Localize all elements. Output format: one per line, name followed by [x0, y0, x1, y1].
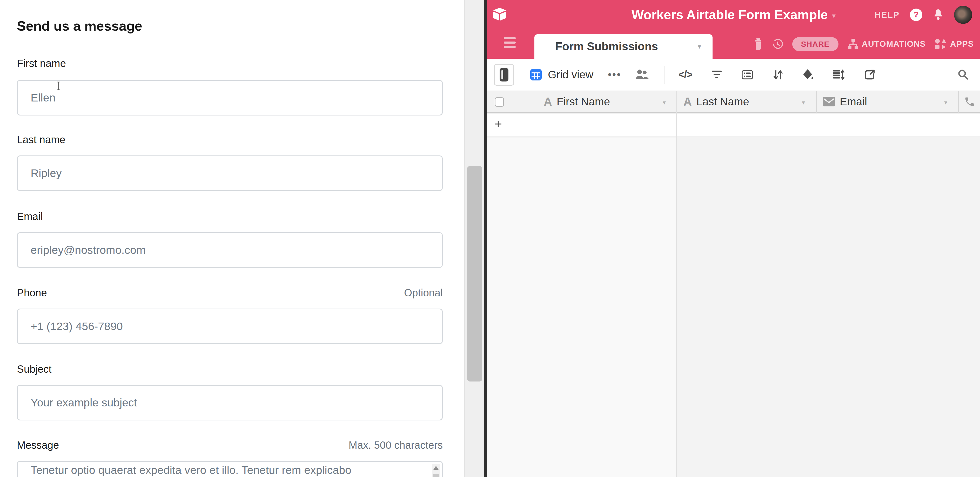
- table-tab-caret-icon: ▾: [698, 43, 701, 51]
- hide-fields-button[interactable]: </>: [679, 69, 692, 81]
- phone-input[interactable]: [17, 309, 443, 344]
- share-view-button[interactable]: [864, 69, 875, 81]
- grid-empty-area-frozen: [487, 138, 676, 477]
- grid-header-row: A First Name ▾ A Last Name ▾ Email ▾: [487, 90, 980, 113]
- automations-label: AUTOMATIONS: [862, 39, 926, 49]
- airtable-topbar: Workers Airtable Form Example ▾ HELP ?: [487, 0, 980, 29]
- tabbar-right-cluster: SHARE AUTOMATIONS: [753, 29, 974, 59]
- column-header-phone[interactable]: Phone: [964, 91, 980, 112]
- column-header-last-name[interactable]: A Last Name: [684, 91, 749, 112]
- message-maxchars-hint: Max. 500 characters: [349, 439, 443, 451]
- grid-view-icon: [530, 69, 542, 81]
- email-field-icon: [822, 97, 835, 106]
- help-button[interactable]: HELP: [875, 10, 899, 20]
- column-caret-icon[interactable]: ▾: [663, 99, 666, 106]
- sidebar-toggle-icon: [500, 68, 508, 81]
- airtable-pane: Workers Airtable Form Example ▾ HELP ?: [487, 0, 980, 477]
- base-title: Workers Airtable Form Example: [632, 7, 828, 22]
- email-label: Email: [17, 211, 443, 222]
- apps-label: APPS: [950, 39, 974, 49]
- add-record-row[interactable]: +: [487, 114, 980, 137]
- last-name-input[interactable]: [17, 155, 443, 191]
- page-scrollbar: [464, 0, 484, 477]
- trash-icon[interactable]: [753, 38, 763, 50]
- table-tab-form-submissions[interactable]: Form Submissions ▾: [535, 34, 713, 59]
- view-sidebar-toggle-button[interactable]: [494, 64, 514, 86]
- user-avatar[interactable]: [954, 6, 972, 24]
- select-all-checkbox[interactable]: [495, 97, 504, 107]
- view-switcher-button[interactable]: Grid view: [548, 68, 593, 81]
- view-toolbar: Grid view ••• </>: [487, 59, 980, 90]
- phone-optional-hint: Optional: [404, 287, 443, 299]
- grid-empty-area: [677, 138, 980, 477]
- column-header-email[interactable]: Email: [822, 91, 867, 112]
- column-caret-icon[interactable]: ▾: [802, 99, 805, 106]
- column-divider: [816, 91, 817, 113]
- message-text: Tenetur optio quaerat expedita vero et i…: [31, 464, 352, 477]
- scroll-up-arrow-icon[interactable]: [433, 466, 439, 470]
- color-button[interactable]: [803, 69, 813, 81]
- share-button[interactable]: SHARE: [792, 37, 838, 51]
- menu-hamburger-icon[interactable]: [504, 37, 516, 50]
- filter-button[interactable]: [711, 70, 722, 80]
- question-icon[interactable]: ?: [910, 9, 922, 21]
- first-name-label: First name: [17, 58, 443, 69]
- column-header-first-name[interactable]: A First Name: [544, 91, 610, 112]
- topbar-right-cluster: HELP ?: [875, 0, 972, 29]
- single-line-text-icon: A: [684, 95, 692, 108]
- history-icon[interactable]: [772, 38, 783, 50]
- add-record-plus-icon[interactable]: +: [495, 116, 502, 132]
- sort-button[interactable]: [773, 69, 783, 80]
- phone-field-icon: [964, 96, 975, 108]
- message-scrollbar: [432, 464, 440, 477]
- collaborators-icon[interactable]: [635, 69, 649, 81]
- phone-label: Phone: [17, 287, 443, 299]
- group-button[interactable]: [741, 69, 753, 81]
- pane-divider: [484, 0, 487, 477]
- view-options-ellipsis-button[interactable]: •••: [608, 69, 621, 80]
- form-title: Send us a message: [17, 18, 142, 34]
- first-name-input[interactable]: [17, 80, 443, 116]
- subject-input[interactable]: [17, 385, 443, 420]
- row-height-button[interactable]: [833, 69, 845, 80]
- text-cursor-icon: [56, 81, 62, 92]
- search-icon[interactable]: [957, 68, 969, 81]
- airtable-tabbar: Form Submissions ▾: [487, 29, 980, 59]
- email-input[interactable]: [17, 232, 443, 268]
- message-scrollbar-thumb[interactable]: [433, 474, 439, 477]
- message-textarea[interactable]: Tenetur optio quaerat expedita vero et i…: [17, 461, 443, 477]
- apps-button[interactable]: APPS: [935, 39, 974, 49]
- page-scrollbar-thumb[interactable]: [467, 166, 482, 382]
- notifications-bell-icon[interactable]: [933, 9, 943, 21]
- table-tab-label: Form Submissions: [555, 40, 698, 53]
- primary-column-divider: [676, 90, 677, 477]
- base-title-caret-icon: ▾: [832, 10, 835, 20]
- subject-label: Subject: [17, 363, 443, 375]
- screenshot-root: Send us a message First name Last name E…: [0, 0, 980, 477]
- last-name-label: Last name: [17, 134, 443, 146]
- automations-button[interactable]: AUTOMATIONS: [847, 39, 926, 49]
- column-divider: [958, 91, 959, 113]
- column-caret-icon[interactable]: ▾: [944, 99, 947, 106]
- single-line-text-icon: A: [544, 95, 552, 108]
- toolbar-divider: [664, 66, 665, 84]
- contact-form-pane: Send us a message First name Last name E…: [0, 0, 464, 477]
